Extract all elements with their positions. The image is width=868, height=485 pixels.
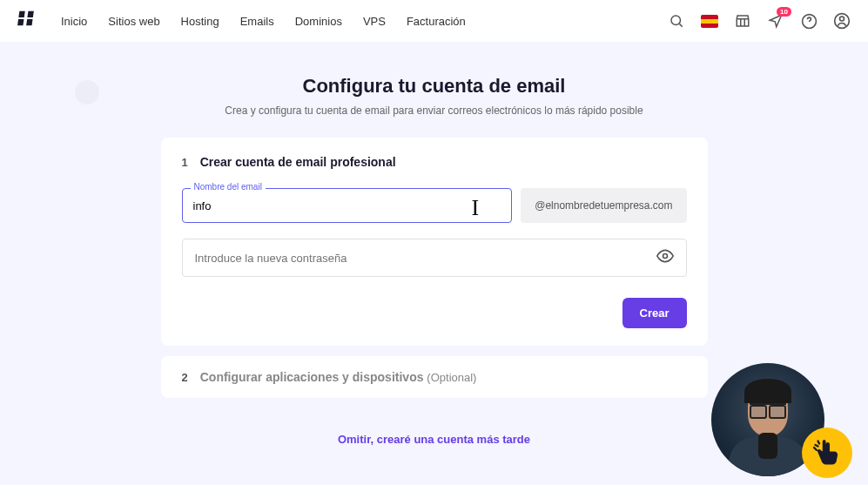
password-input[interactable] [195, 252, 656, 265]
nav-emails[interactable]: Emails [240, 15, 274, 28]
step2-optional: (Optional) [427, 371, 476, 384]
step1-header: 1 Crear cuenta de email profesional [182, 155, 687, 169]
svg-point-4 [840, 17, 844, 21]
step2-header: 2 Configurar aplicaciones y dispositivos… [182, 370, 687, 384]
create-row: Crear [182, 298, 687, 328]
email-domain-display: @elnombredetuempresa.com [521, 188, 686, 223]
step1-number: 1 [182, 156, 188, 169]
topbar-right: 10 [668, 12, 851, 30]
language-flag-icon[interactable] [701, 12, 718, 30]
email-input-wrap: Nombre del email I [182, 188, 513, 223]
notification-icon[interactable]: 10 [767, 12, 784, 30]
nav-hosting[interactable]: Hosting [181, 15, 219, 28]
step2-title-text: Configurar aplicaciones y dispositivos [200, 370, 424, 384]
watermark [75, 80, 108, 104]
nav-vps[interactable]: VPS [363, 15, 386, 28]
nav-dominios[interactable]: Dominios [295, 15, 342, 28]
step2-card[interactable]: 2 Configurar aplicaciones y dispositivos… [161, 356, 708, 398]
step1-title: Crear cuenta de email profesional [200, 155, 396, 169]
search-icon[interactable] [668, 12, 685, 30]
step1-card: 1 Crear cuenta de email profesional Nomb… [161, 138, 708, 346]
email-row: Nombre del email I @elnombredetuempresa.… [182, 188, 687, 223]
store-icon[interactable] [734, 12, 751, 30]
nav-inicio[interactable]: Inicio [61, 15, 87, 28]
svg-line-1 [679, 24, 682, 26]
show-password-icon[interactable] [656, 247, 674, 268]
email-input-label: Nombre del email [191, 182, 266, 192]
nav-facturacion[interactable]: Facturación [407, 15, 466, 28]
notification-badge: 10 [777, 7, 791, 17]
nav-sitios-web[interactable]: Sitios web [108, 15, 159, 28]
svg-point-0 [671, 16, 681, 25]
email-name-input[interactable] [182, 188, 513, 223]
skip-link[interactable]: Omitir, crearé una cuenta más tarde [338, 433, 530, 446]
pointer-hand-icon [802, 428, 852, 478]
logo[interactable] [17, 9, 37, 33]
step2-number: 2 [182, 371, 188, 384]
topbar-left: Inicio Sitios web Hosting Emails Dominio… [17, 9, 466, 33]
help-icon[interactable] [800, 12, 818, 30]
create-button[interactable]: Crear [622, 298, 687, 328]
page-subtitle: Crea y configura tu cuenta de email para… [0, 104, 868, 117]
svg-point-5 [663, 254, 667, 259]
password-row [182, 239, 687, 277]
account-icon[interactable] [833, 12, 851, 30]
top-navigation: Inicio Sitios web Hosting Emails Dominio… [0, 0, 868, 42]
main-nav: Inicio Sitios web Hosting Emails Dominio… [61, 15, 466, 28]
step2-title: Configurar aplicaciones y dispositivos (… [200, 370, 477, 384]
page-title: Configura tu cuenta de email [0, 75, 868, 98]
